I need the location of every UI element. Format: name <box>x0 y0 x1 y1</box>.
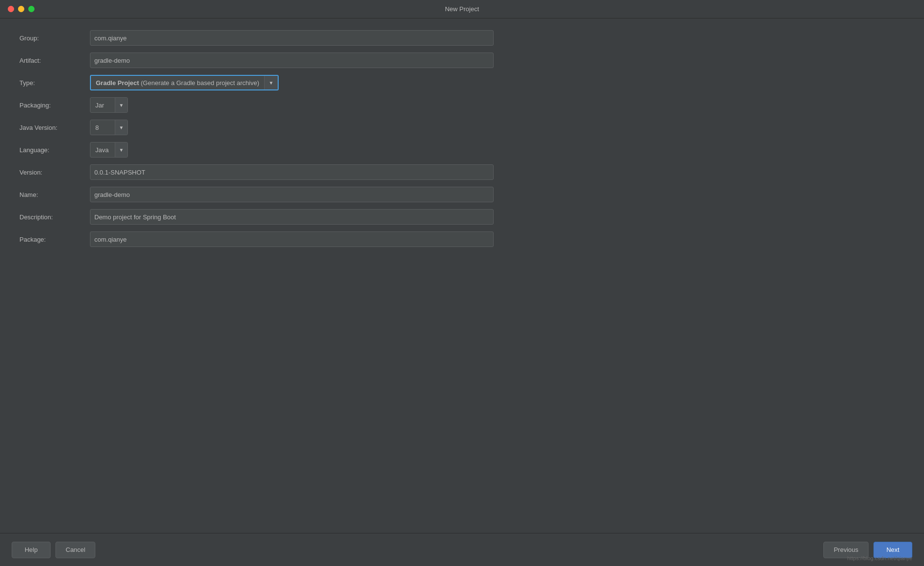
language-label: Language: <box>19 146 90 154</box>
version-label: Version: <box>19 169 90 176</box>
name-input[interactable] <box>90 187 494 202</box>
packaging-select[interactable]: Jar ▼ <box>90 97 128 113</box>
window-controls <box>8 6 35 12</box>
type-select[interactable]: Gradle Project (Generate a Gradle based … <box>90 75 279 90</box>
java-version-row: Java Version: 8 ▼ <box>19 120 905 135</box>
title-bar: New Project <box>0 0 924 18</box>
minimize-button[interactable] <box>18 6 24 12</box>
artifact-row: Artifact: <box>19 53 905 68</box>
name-label: Name: <box>19 191 90 198</box>
maximize-button[interactable] <box>28 6 35 12</box>
java-version-select-value: 8 <box>90 124 115 131</box>
package-row: Package: <box>19 231 905 247</box>
group-label: Group: <box>19 35 90 42</box>
close-button[interactable] <box>8 6 14 12</box>
type-select-description: (Generate a Gradle based project archive… <box>141 79 260 87</box>
description-label: Description: <box>19 213 90 221</box>
version-input[interactable] <box>90 164 494 180</box>
packaging-row: Packaging: Jar ▼ <box>19 97 905 113</box>
dialog-content: Group: Artifact: Type: Gradle Project (G… <box>0 18 924 265</box>
package-input[interactable] <box>90 231 494 247</box>
java-version-label: Java Version: <box>19 124 90 131</box>
window-title: New Project <box>445 5 479 13</box>
footer: Help Cancel Previous Next https://blog.c… <box>0 533 924 566</box>
footer-left-buttons: Help Cancel <box>12 542 95 558</box>
language-select-arrow-icon[interactable]: ▼ <box>115 142 127 158</box>
java-version-select-arrow-icon[interactable]: ▼ <box>115 120 127 135</box>
version-row: Version: <box>19 164 905 180</box>
group-input[interactable] <box>90 30 494 46</box>
language-select-value: Java <box>90 146 115 154</box>
type-label: Type: <box>19 79 90 87</box>
artifact-input[interactable] <box>90 53 494 68</box>
package-label: Package: <box>19 236 90 243</box>
type-select-arrow-icon[interactable]: ▼ <box>264 75 278 90</box>
packaging-select-value: Jar <box>90 102 115 109</box>
packaging-select-arrow-icon[interactable]: ▼ <box>115 97 127 113</box>
packaging-label: Packaging: <box>19 102 90 109</box>
type-select-value: Gradle Project (Generate a Gradle based … <box>91 79 264 87</box>
watermark: https://blog.csdn.net/qianye <box>847 555 912 562</box>
help-button[interactable]: Help <box>12 542 51 558</box>
artifact-label: Artifact: <box>19 57 90 64</box>
type-row: Type: Gradle Project (Generate a Gradle … <box>19 75 905 90</box>
name-row: Name: <box>19 187 905 202</box>
watermark-url: https://blog.csdn.net/qianye <box>847 555 912 561</box>
language-row: Language: Java ▼ <box>19 142 905 158</box>
language-select[interactable]: Java ▼ <box>90 142 128 158</box>
group-row: Group: <box>19 30 905 46</box>
description-input[interactable] <box>90 209 494 225</box>
java-version-select[interactable]: 8 ▼ <box>90 120 128 135</box>
description-row: Description: <box>19 209 905 225</box>
cancel-button[interactable]: Cancel <box>55 542 95 558</box>
